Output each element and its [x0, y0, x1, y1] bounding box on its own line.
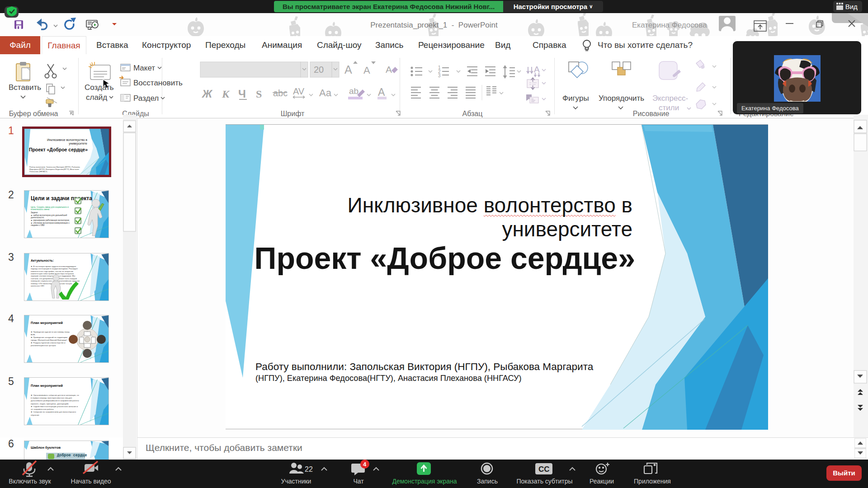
svg-text:Ж: Ж: [201, 88, 213, 100]
svg-text:S: S: [256, 88, 262, 100]
svg-text:Макет: Макет: [133, 64, 155, 72]
svg-text:А: А: [534, 65, 540, 74]
svg-text:Создать: Создать: [85, 83, 114, 92]
svg-text:abc: abc: [273, 88, 288, 98]
svg-text:А: А: [363, 65, 370, 76]
svg-text:Фигуры: Фигуры: [562, 94, 589, 103]
svg-text:4: 4: [363, 461, 367, 468]
svg-text:ab: ab: [349, 86, 359, 96]
svg-text:Экспресс-: Экспресс-: [652, 94, 688, 103]
svg-text:20: 20: [314, 65, 324, 75]
svg-text:Вставить: Вставить: [9, 83, 41, 92]
svg-text:А: А: [344, 63, 352, 76]
svg-text:3: 3: [438, 73, 441, 78]
svg-text:А: А: [386, 64, 392, 75]
svg-text:Aa: Aa: [319, 87, 332, 99]
svg-text:CC: CC: [538, 465, 550, 474]
svg-text:стили: стили: [659, 103, 679, 112]
svg-text:К: К: [222, 88, 230, 100]
svg-text:22: 22: [305, 465, 313, 473]
svg-text:слайд: слайд: [86, 93, 107, 102]
svg-text:Ч: Ч: [238, 88, 246, 100]
svg-text:Упорядочить: Упорядочить: [599, 94, 644, 103]
svg-text:Раздел: Раздел: [133, 94, 159, 103]
svg-text:А: А: [378, 86, 385, 98]
svg-text:AV: AV: [293, 86, 305, 96]
svg-text:Восстановить: Восстановить: [133, 79, 183, 87]
